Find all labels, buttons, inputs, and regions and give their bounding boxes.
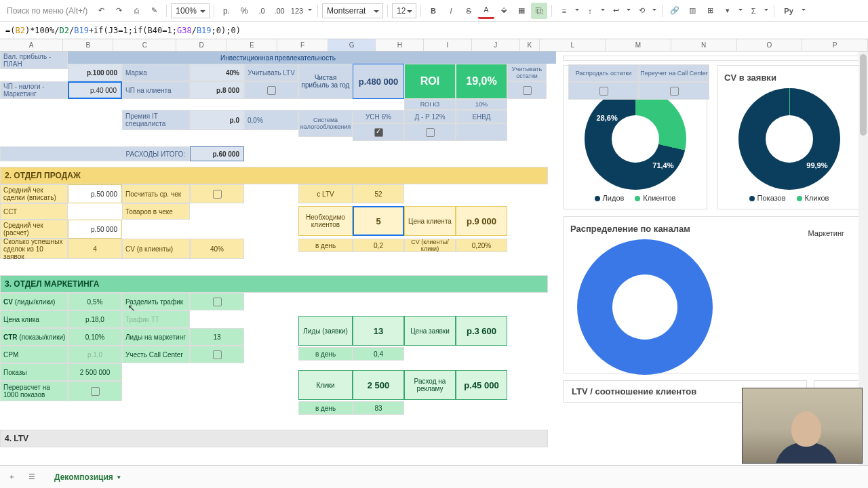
val-gross-plan[interactable]: р.100 000 [68, 64, 122, 81]
val-succ10[interactable]: 4 [68, 239, 122, 259]
font-select[interactable]: Montserrat [322, 3, 383, 18]
val-cpm[interactable]: р.1,0 [68, 346, 122, 363]
functions-icon[interactable]: Σ [745, 3, 762, 19]
split-traf-checkbox[interactable] [190, 293, 244, 310]
add-sheet-icon[interactable]: ＋ [4, 470, 19, 485]
paint-format-icon[interactable]: ✎ [146, 3, 162, 19]
more-formats[interactable]: 123 [289, 3, 305, 19]
col-B[interactable]: B [63, 39, 113, 51]
roi-value[interactable]: 19,0% [456, 64, 507, 99]
val-client-price[interactable]: р.9 000 [456, 206, 507, 236]
wrap-icon[interactable]: ↩ [608, 3, 624, 19]
currency-format[interactable]: р. [218, 3, 235, 19]
col-P[interactable]: P [802, 39, 868, 51]
col-D[interactable]: D [176, 39, 226, 51]
undo-icon[interactable]: ↶ [93, 3, 109, 19]
bold-button[interactable]: B [425, 3, 441, 19]
borders-icon[interactable]: ▦ [513, 3, 530, 19]
sell-rest-checkbox[interactable] [568, 82, 639, 100]
col-M[interactable]: M [606, 39, 671, 51]
val-avg-calc[interactable]: р.50 000 [68, 220, 122, 239]
formula-bar[interactable]: =(B2)*100%/D2/B19+if(J3=1;if(B40=1;G38/B… [0, 22, 868, 39]
val-ctr[interactable]: 0,10% [68, 328, 122, 346]
val-per-day[interactable]: 0,2 [353, 239, 404, 252]
val-total-exp[interactable]: р.60 000 [190, 146, 244, 161]
val-cv-leads[interactable]: 0,5% [68, 293, 122, 310]
legend-leads: Лидов [595, 194, 625, 202]
val-need-clients[interactable]: 5 [353, 206, 404, 236]
label-usn: УСН 6% [353, 110, 404, 123]
active-cell[interactable]: р.40 000 [68, 81, 122, 99]
val-clicks-box[interactable]: 2 500 [353, 370, 404, 400]
strike-button[interactable]: S [460, 3, 477, 19]
val-it-bonus[interactable]: р.0 [190, 110, 244, 130]
ltv-checkbox[interactable] [244, 81, 298, 99]
val-click-price[interactable]: р.18,0 [68, 310, 122, 328]
increase-decimal[interactable]: .00 [271, 3, 288, 19]
format-dropdown-icon[interactable] [307, 3, 313, 19]
col-E[interactable]: E [227, 39, 277, 51]
recalc-cc-checkbox[interactable] [639, 82, 709, 100]
col-A[interactable]: A [0, 39, 63, 51]
envd-checkbox [456, 123, 507, 141]
all-sheets-icon[interactable]: ☰ [24, 470, 39, 485]
consider-cc-checkbox[interactable] [190, 346, 244, 363]
col-G[interactable]: G [328, 39, 376, 51]
col-H[interactable]: H [376, 39, 424, 51]
font-size-select[interactable]: 12 [392, 3, 416, 18]
italic-button[interactable]: I [443, 3, 459, 19]
merge-cells-icon[interactable]: ⿻ [531, 3, 547, 19]
recalc1000-checkbox[interactable] [68, 381, 122, 401]
decrease-decimal[interactable]: .0 [254, 3, 270, 19]
label-cv-kk: CV (клиенты/клики) [404, 239, 456, 252]
label-per-day: в день [298, 239, 353, 252]
insert-comment-icon[interactable]: ⊞ [702, 3, 718, 19]
val-impressions[interactable]: 2 500 000 [68, 363, 122, 381]
h-align-icon[interactable]: ≡ [556, 3, 572, 19]
val-mkt-perday1[interactable]: 0,4 [353, 347, 404, 361]
val-avg-deal[interactable]: р.50 000 [68, 184, 122, 203]
fill-color-button[interactable]: ⬙ [496, 3, 512, 19]
redo-icon[interactable]: ↷ [111, 3, 127, 19]
calc-avg-checkbox[interactable] [190, 184, 244, 203]
insert-chart-icon[interactable]: ▥ [684, 3, 701, 19]
val-cv-kk[interactable]: 0,20% [456, 239, 507, 252]
val-it-bonus-pct[interactable]: 0,0% [244, 110, 298, 130]
col-N[interactable]: N [671, 39, 737, 51]
label-lead-price: Цена заявки [404, 316, 456, 346]
percent-format[interactable]: % [236, 3, 252, 19]
rotate-icon[interactable]: ⟲ [633, 3, 650, 19]
val-net-year[interactable]: р.480 000 [353, 64, 404, 99]
text-color-button[interactable]: A [478, 3, 494, 19]
consider-rest-checkbox[interactable] [507, 81, 547, 99]
print-icon[interactable]: ⎙ [128, 3, 144, 19]
zoom-select[interactable]: 100% [171, 3, 210, 18]
val-cv-clients[interactable]: 40% [190, 239, 244, 259]
col-O[interactable]: O [737, 39, 803, 51]
val-lead-price[interactable]: р.3 600 [456, 316, 507, 346]
col-L[interactable]: L [540, 39, 606, 51]
val-leads-box[interactable]: 13 [353, 316, 404, 346]
filter-icon[interactable]: ▾ [719, 3, 736, 19]
sheet-tab-active[interactable]: Декомпозиция ▾ [45, 468, 130, 486]
val-ad-spend[interactable]: р.45 000 [456, 370, 507, 400]
link-icon[interactable]: 🔗 [667, 3, 683, 19]
col-I[interactable]: I [424, 39, 472, 51]
menu-search[interactable]: Поиск по меню (Alt+/) [3, 6, 92, 16]
col-F[interactable]: F [277, 39, 328, 51]
col-C[interactable]: C [113, 39, 176, 51]
col-K[interactable]: K [520, 39, 540, 51]
v-align-icon[interactable]: ↕ [582, 3, 598, 19]
usn-checkbox[interactable] [353, 123, 404, 141]
val-margin[interactable]: 40% [190, 64, 244, 81]
spreadsheet-grid[interactable]: Инвестиционная превлекательность Вал. пр… [0, 52, 556, 465]
col-J[interactable]: J [472, 39, 520, 51]
script-button[interactable]: Py [778, 3, 799, 19]
val-np-client[interactable]: р.8 000 [190, 81, 244, 99]
column-headers: A B C D E F G H I J K L M N O P [0, 39, 868, 52]
d12-checkbox[interactable] [404, 123, 456, 141]
val-with-ltv[interactable]: 52 [353, 184, 404, 203]
val-leads-mkt[interactable]: 13 [190, 328, 244, 346]
val-mkt-perday2[interactable]: 83 [353, 401, 404, 415]
legend-clicks: Кликов [797, 194, 829, 202]
